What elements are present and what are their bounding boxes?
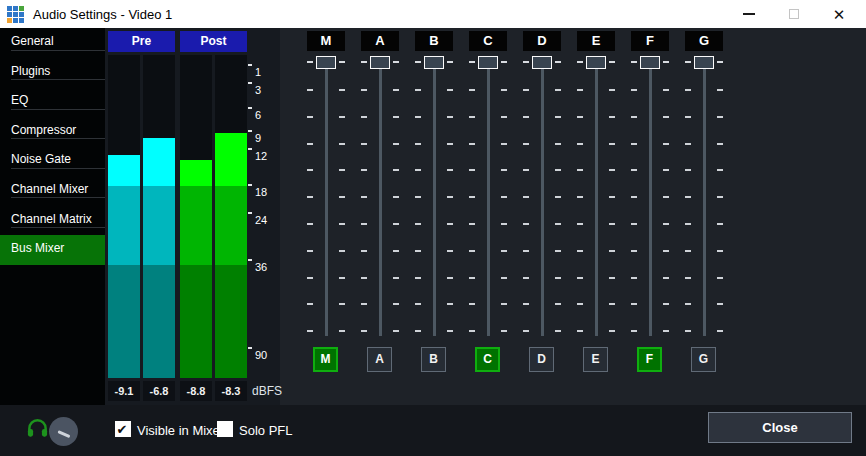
fader-tick <box>469 61 475 63</box>
dbfs-unit-label: dBFS <box>252 384 282 398</box>
fader-track-d[interactable] <box>541 63 544 336</box>
fader-column-c: C C <box>461 28 515 405</box>
footer-bar: Visible in Mixer Solo PFL Close <box>0 405 866 456</box>
scale-label: 1 <box>255 66 261 78</box>
visible-in-mixer-label[interactable]: Visible in Mixer <box>137 423 224 438</box>
fader-track-m[interactable] <box>325 63 328 336</box>
sidebar-item-bus-mixer[interactable]: Bus Mixer <box>0 235 105 265</box>
scale-label: 9 <box>255 132 261 144</box>
bus-button-f[interactable]: F <box>637 347 662 372</box>
scale-tick <box>248 259 252 261</box>
fader-track-b[interactable] <box>433 63 436 336</box>
sidebar-item-general[interactable]: General <box>0 28 105 58</box>
fader-handle-c[interactable] <box>478 56 498 69</box>
bus-header-d: D <box>523 31 561 51</box>
headphone-volume-knob[interactable] <box>49 417 78 446</box>
fader-tick <box>339 61 345 63</box>
bus-header-a: A <box>361 31 399 51</box>
app-icon <box>7 6 24 23</box>
post-meter-right-well <box>215 55 247 378</box>
fader-handle-f[interactable] <box>640 56 660 69</box>
fader-track-f[interactable] <box>649 63 652 336</box>
post-right-readout: -8.3 <box>215 381 247 401</box>
scale-label: 12 <box>255 150 267 162</box>
fader-tick <box>523 61 529 63</box>
sidebar-item-label: Bus Mixer <box>11 241 64 255</box>
bus-button-c[interactable]: C <box>475 347 500 372</box>
bus-button-a[interactable]: A <box>367 347 392 372</box>
bus-button-m[interactable]: M <box>313 347 338 372</box>
fader-tick <box>361 61 367 63</box>
bus-button-g[interactable]: G <box>691 347 716 372</box>
fader-ticks <box>663 89 669 334</box>
fader-tick <box>577 61 583 63</box>
sidebar-item-channel-mixer[interactable]: Channel Mixer <box>0 176 105 206</box>
bus-button-d[interactable]: D <box>529 347 554 372</box>
fader-handle-b[interactable] <box>424 56 444 69</box>
fader-ticks <box>415 89 421 334</box>
scale-tick <box>248 184 252 186</box>
solo-pfl-label[interactable]: Solo PFL <box>239 423 292 438</box>
bus-header-c: C <box>469 31 507 51</box>
sidebar-item-label: Plugins <box>11 64 50 78</box>
close-window-button[interactable]: ✕ <box>824 0 854 28</box>
fader-handle-a[interactable] <box>370 56 390 69</box>
window-controls: ✕ <box>719 0 866 28</box>
fader-column-b: B B <box>407 28 461 405</box>
fader-ticks <box>501 89 507 334</box>
fader-tick <box>307 61 313 63</box>
fader-handle-d[interactable] <box>532 56 552 69</box>
fader-column-a: A A <box>353 28 407 405</box>
fader-handle-g[interactable] <box>694 56 714 69</box>
fader-track-g[interactable] <box>703 63 706 336</box>
bus-button-e[interactable]: E <box>583 347 608 372</box>
bus-button-b[interactable]: B <box>421 347 446 372</box>
sidebar-item-eq[interactable]: EQ <box>0 87 105 117</box>
scale-label: 24 <box>255 214 267 226</box>
scale-tick <box>248 107 252 109</box>
fader-track-a[interactable] <box>379 63 382 336</box>
scale-label: 6 <box>255 109 261 121</box>
post-meter-right-bar <box>215 133 247 378</box>
fader-tick <box>663 61 669 63</box>
sidebar-item-label: Compressor <box>11 123 76 137</box>
visible-in-mixer-checkbox[interactable] <box>115 421 131 437</box>
close-button[interactable]: Close <box>708 412 852 443</box>
fader-tick <box>415 61 421 63</box>
fader-ticks <box>307 89 313 334</box>
fader-tick <box>609 61 615 63</box>
dialog-body: General Plugins EQ Compressor Noise Gate… <box>0 28 866 456</box>
scale-tick <box>248 212 252 214</box>
fader-ticks <box>523 89 529 334</box>
fader-ticks <box>447 89 453 334</box>
maximize-icon <box>789 9 799 19</box>
fader-track-e[interactable] <box>595 63 598 336</box>
sidebar-item-noise-gate[interactable]: Noise Gate <box>0 146 105 176</box>
post-left-readout: -8.8 <box>180 381 212 401</box>
sidebar-item-plugins[interactable]: Plugins <box>0 58 105 88</box>
fader-handle-m[interactable] <box>316 56 336 69</box>
fader-track-c[interactable] <box>487 63 490 336</box>
minimize-button[interactable] <box>734 0 764 28</box>
scale-tick <box>248 82 252 84</box>
pre-meter-left-bar <box>108 155 140 378</box>
sidebar-item-label: EQ <box>11 93 28 107</box>
minimize-icon <box>743 13 755 15</box>
fader-tick <box>631 61 637 63</box>
fader-column-g: G G <box>677 28 731 405</box>
sidebar-item-compressor[interactable]: Compressor <box>0 117 105 147</box>
bus-header-g: G <box>685 31 723 51</box>
fader-ticks <box>577 89 583 334</box>
window-title: Audio Settings - Video 1 <box>33 7 172 22</box>
scale-label: 18 <box>255 186 267 198</box>
solo-pfl-checkbox[interactable] <box>217 421 233 437</box>
sidebar-item-channel-matrix[interactable]: Channel Matrix <box>0 206 105 236</box>
pre-meter-right-well <box>143 55 175 378</box>
audio-settings-window: Audio Settings - Video 1 ✕ General Plugi… <box>0 0 866 456</box>
maximize-button <box>779 0 809 28</box>
fader-ticks <box>469 89 475 334</box>
headphones-icon <box>26 417 49 440</box>
fader-handle-e[interactable] <box>586 56 606 69</box>
meter-panel: Pre Post -9.1 -6.8 -8.8 -8.3 1 3 6 9 12 <box>105 28 280 405</box>
sidebar-item-label: Channel Mixer <box>11 182 88 196</box>
